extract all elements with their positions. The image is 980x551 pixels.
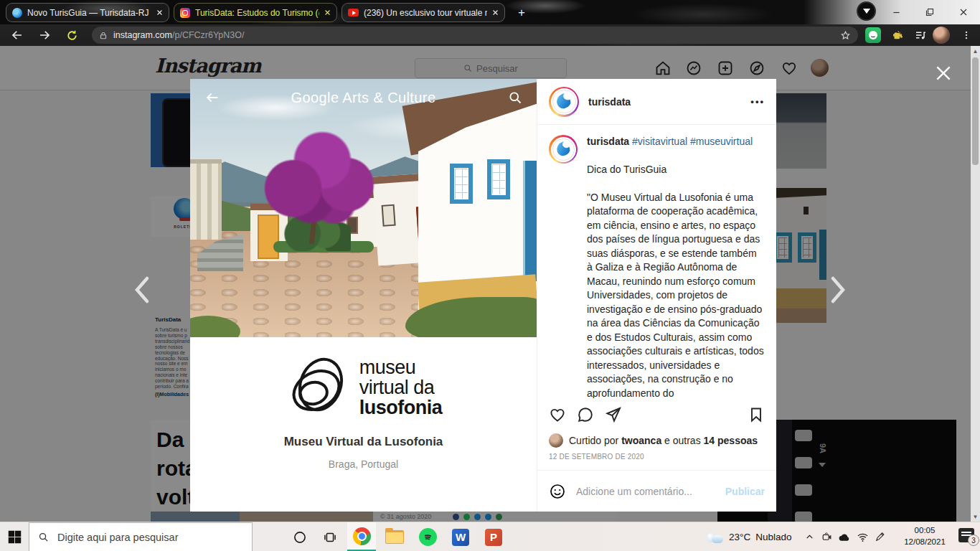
chevron-up-icon [805,532,814,542]
turisdata-avatar[interactable] [552,90,576,113]
bookmark-star-icon[interactable] [840,30,851,41]
taskbar-search-input[interactable] [56,531,243,544]
taskbar-clock[interactable]: 00:05 12/08/2021 [892,524,957,547]
browser-tabstrip: Novo TurisGuia — Turisdata-RJ TurisData:… [0,0,980,24]
publish-button[interactable]: Publicar [725,486,765,497]
search-icon [38,532,49,542]
window-maximize-button[interactable] [913,0,946,24]
spotify-icon [419,528,437,546]
tab-close-icon[interactable] [492,9,499,16]
caption-body: Dica do TurisGuia "O Museu Virtual da Lu… [587,163,765,399]
taskbar-chrome-button[interactable] [347,522,376,551]
cortana-button[interactable] [286,522,314,551]
liker-avatar[interactable] [549,433,563,448]
turisdata-favicon [12,8,22,18]
notification-badge: 3 [968,534,979,546]
url-text: instagram.com/p/CFCzr6YpN3O/ [113,30,244,40]
post-header: turisdata ••• [537,79,776,125]
lusofonia-loops-icon [285,354,351,420]
page-scrollbar[interactable]: ▲ ▼ [971,46,980,522]
bitmoji-extension-icon[interactable] [865,27,881,43]
gac-title: Google Arts & Culture [190,90,537,106]
liker-username[interactable]: twoanca [621,435,661,446]
taskbar-word-button[interactable]: W [446,522,475,551]
comment-icon[interactable] [577,406,594,423]
scrollbar-thumb[interactable] [972,57,979,165]
next-post-chevron[interactable] [828,274,848,306]
browser-profile-avatar[interactable] [933,27,950,44]
turisdata-avatar[interactable] [552,138,575,161]
weather-label: Nublado [755,532,791,542]
tab-title: TurisData: Estudos do Turismo (@ [195,8,319,18]
like-heart-icon[interactable] [549,406,566,423]
music-queue-extension-icon[interactable] [913,27,928,43]
emoji-icon[interactable] [549,483,566,500]
tab-turisguia[interactable]: Novo TurisGuia — Turisdata-RJ [6,3,169,22]
taskbar-search[interactable] [29,522,253,551]
previous-post-chevron[interactable] [132,274,152,306]
gac-back-arrow-icon[interactable] [204,90,220,105]
url-bar[interactable]: instagram.com/p/CFCzr6YpN3O/ [92,27,858,44]
media-controls-button[interactable] [857,1,876,21]
taskbar-weather[interactable]: 23°C Nublado [705,522,791,551]
browser-menu-button[interactable] [958,27,974,43]
tray-chevron-button[interactable] [801,522,818,551]
instagram-page: Instagram Pesquisar BOLETIM Este mês nos… [0,46,980,522]
word-icon: W [452,529,469,546]
powerpoint-icon: P [485,529,502,546]
scroll-down-arrow[interactable]: ▼ [971,512,980,522]
reload-button[interactable] [63,27,80,44]
tab-instagram-active[interactable]: TurisData: Estudos do Turismo (@ [174,3,337,22]
museum-logo-text: museu virtual da lusofonia [359,357,443,418]
play-triangle-icon [863,9,870,14]
post-media[interactable]: Google Arts & Culture muse [190,79,537,512]
gac-search-icon[interactable] [508,90,522,105]
window-minimize-button[interactable] [880,0,913,24]
post-date: 12 DE SETEMBRO DE 2020 [537,450,776,470]
window-close-button[interactable] [947,0,980,24]
forward-button[interactable] [36,27,53,44]
extensions-puzzle-icon[interactable] [890,27,905,43]
back-button[interactable] [9,27,26,44]
windows-start-icon[interactable] [7,529,22,545]
share-plane-icon[interactable] [605,406,622,423]
tab-close-icon[interactable] [324,9,331,16]
caption-username[interactable]: turisdata [587,136,629,147]
minimize-icon [892,9,900,17]
tray-wifi-button[interactable] [854,522,871,551]
scroll-up-arrow[interactable]: ▲ [971,46,980,56]
task-view-button[interactable] [316,522,344,551]
caption-hashtags[interactable]: #visitavirtual #museuvirtual [632,136,753,147]
clock-date: 12/08/2021 [892,536,957,547]
more-options-button[interactable]: ••• [750,96,765,107]
tray-windows-ink-button[interactable] [871,522,888,551]
tab-close-icon[interactable] [156,9,163,16]
onedrive-cloud-icon [838,532,851,542]
reload-icon [66,29,78,42]
windows-taskbar: W P 23°C Nublado 00:05 12/08/2021 3 [0,522,980,551]
tab-title: Novo TurisGuia — Turisdata-RJ [27,8,151,18]
gac-header: Google Arts & Culture [190,79,537,116]
taskbar-spotify-button[interactable] [413,522,442,551]
tray-meet-now-button[interactable] [818,522,835,551]
modal-close-icon[interactable] [934,64,953,83]
story-ring[interactable] [549,87,579,117]
new-tab-button[interactable]: + [514,5,529,21]
kebab-menu-icon [961,29,971,41]
likes-text: Curtido por twoanca e outras 14 pessoas [569,435,758,446]
story-ring[interactable] [549,135,578,164]
weather-temp: 23°C [729,532,750,542]
comment-input[interactable] [575,485,717,498]
forward-arrow-icon [38,29,51,42]
caption-row: turisdata #visitavirtual #museuvirtual D… [549,135,765,398]
puzzle-icon [891,29,904,42]
tray-onedrive-button[interactable] [836,522,853,551]
museum-logo: museu virtual da lusofonia [190,337,537,420]
notification-center-button[interactable]: 3 [958,528,974,542]
post-username[interactable]: turisdata [588,96,631,108]
taskbar-explorer-button[interactable] [380,522,409,551]
save-bookmark-icon[interactable] [748,406,765,423]
tab-youtube[interactable]: (236) Un esclusivo tour virtuale n [341,3,505,22]
museum-title: Museu Virtual da Lusofonia [190,435,537,449]
taskbar-powerpoint-button[interactable]: P [479,522,508,551]
